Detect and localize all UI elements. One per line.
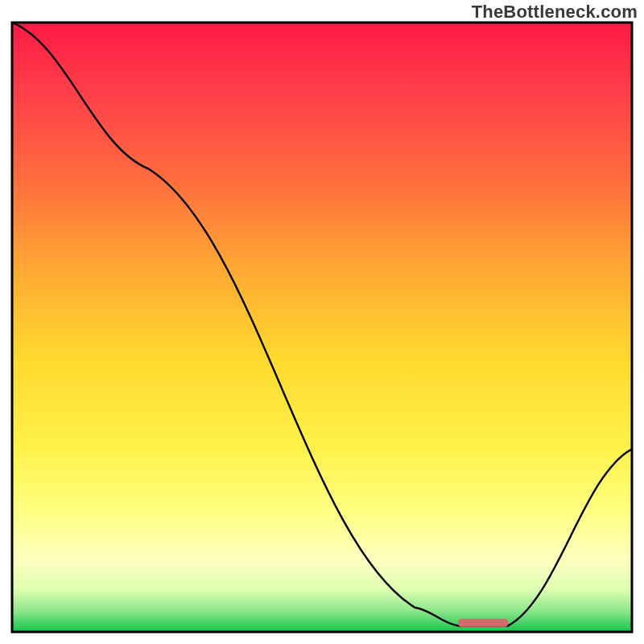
watermark-text: TheBottleneck.com — [472, 2, 638, 23]
plot-area — [12, 23, 632, 632]
chart-container: TheBottleneck.com — [0, 0, 644, 644]
optimal-range-marker — [458, 619, 508, 627]
bottleneck-chart — [0, 0, 644, 644]
gradient-background — [12, 23, 632, 632]
